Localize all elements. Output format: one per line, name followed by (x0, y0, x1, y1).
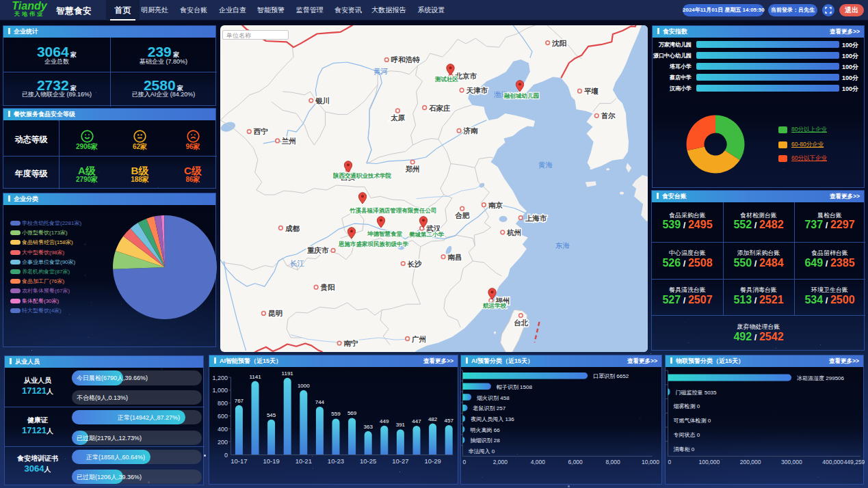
svg-text:成都: 成都 (285, 224, 300, 232)
svg-text:郑州: 郑州 (405, 165, 420, 173)
svg-text:西宁: 西宁 (253, 127, 269, 135)
svg-text:抽烟识别 28: 抽烟识别 28 (471, 437, 501, 444)
svg-text:帽子识别 1508: 帽子识别 1508 (497, 384, 533, 390)
svg-text:10-27: 10-27 (392, 457, 408, 465)
svg-text:767: 767 (235, 398, 244, 404)
svg-text:专间状态 0: 专间状态 0 (674, 432, 700, 438)
svg-text:1000: 1000 (298, 383, 310, 389)
svg-text:457: 457 (445, 418, 454, 424)
svg-text:黄海: 黄海 (538, 161, 553, 169)
svg-text:测试社区: 测试社区 (434, 76, 459, 83)
svg-text:1141: 1141 (249, 374, 261, 380)
svg-text:400,000: 400,000 (822, 459, 843, 465)
svg-text:竹溪县福泽酒店管理有限责任公司: 竹溪县福泽酒店管理有限责任公司 (349, 207, 437, 214)
svg-text:杭州: 杭州 (506, 228, 521, 236)
svg-text:449,259: 449,259 (844, 459, 865, 465)
svg-text:8,000: 8,000 (605, 459, 620, 465)
svg-text:300,000: 300,000 (781, 459, 802, 465)
svg-text:1191: 1191 (282, 370, 294, 377)
svg-text:银川: 银川 (315, 96, 330, 105)
svg-text:10-21: 10-21 (295, 457, 312, 465)
svg-text:沈阳: 沈阳 (551, 39, 566, 47)
svg-text:0: 0 (668, 459, 672, 465)
svg-text:上海市: 上海市 (525, 214, 547, 222)
svg-text:南宁: 南宁 (344, 339, 358, 347)
svg-text:黄河: 黄河 (373, 67, 389, 75)
svg-text:平壤: 平壤 (584, 87, 599, 95)
svg-text:南昌: 南昌 (448, 253, 462, 261)
svg-text:门磁监控量 5035: 门磁监控量 5035 (676, 390, 718, 396)
svg-text:老鼠识别 257: 老鼠识别 257 (473, 405, 506, 411)
svg-text:冰箱温湿度 299506: 冰箱温湿度 299506 (797, 375, 844, 381)
svg-text:200: 200 (218, 439, 228, 446)
svg-text:天津市: 天津市 (466, 86, 488, 94)
svg-text:2,000: 2,000 (493, 459, 508, 465)
svg-text:明火离岗 66: 明火离岗 66 (471, 427, 501, 433)
svg-text:10-25: 10-25 (360, 457, 376, 465)
svg-text:10-17: 10-17 (231, 457, 247, 465)
svg-text:100,000: 100,000 (698, 459, 720, 465)
svg-text:1,200: 1,200 (212, 375, 228, 381)
svg-text:长江: 长江 (290, 259, 305, 267)
svg-text:0: 0 (224, 452, 228, 459)
svg-text:449: 449 (380, 418, 389, 424)
svg-text:陕西交通职业技术学院: 陕西交通职业技术学院 (333, 172, 392, 179)
svg-text:太原: 太原 (390, 113, 406, 122)
svg-text:10,000: 10,000 (642, 459, 659, 465)
svg-text:樊城第二小学: 樊城第二小学 (409, 231, 445, 238)
svg-text:兰州: 兰州 (281, 137, 296, 145)
svg-text:1,000: 1,000 (212, 387, 228, 394)
svg-text:恩施市盛家坝民族初级中学: 恩施市盛家坝民族初级中学 (338, 241, 409, 247)
svg-text:济南: 济南 (463, 126, 479, 135)
svg-text:10-23: 10-23 (328, 457, 344, 465)
svg-text:0: 0 (463, 459, 466, 465)
svg-text:烟火识别 458: 烟火识别 458 (477, 395, 510, 401)
svg-text:贵阳: 贵阳 (320, 283, 335, 292)
svg-text:坤德智慧食堂: 坤德智慧食堂 (367, 230, 403, 237)
svg-text:569: 569 (347, 410, 357, 416)
svg-text:非法闯入 0: 非法闯入 0 (469, 448, 495, 455)
svg-text:400: 400 (218, 426, 228, 433)
svg-text:台北: 台北 (514, 318, 529, 327)
svg-text:6,000: 6,000 (568, 459, 583, 465)
svg-text:200,000: 200,000 (740, 459, 761, 465)
svg-text:消毒柜 0: 消毒柜 0 (674, 446, 695, 452)
svg-text:南京: 南京 (488, 201, 503, 209)
svg-text:4,000: 4,000 (531, 459, 546, 465)
svg-text:合肥: 合肥 (454, 211, 470, 219)
svg-text:航运学校: 航运学校 (482, 302, 507, 309)
svg-text:可燃气体检测 0: 可燃气体检测 0 (674, 418, 711, 424)
svg-text:363: 363 (364, 424, 373, 430)
svg-text:10-29: 10-29 (424, 457, 440, 465)
svg-text:烟雾检测 0: 烟雾检测 0 (674, 403, 700, 409)
svg-text:夜间人员闯入 136: 夜间人员闯入 136 (471, 416, 514, 422)
svg-text:呼和浩特: 呼和浩特 (391, 55, 421, 64)
svg-text:10-19: 10-19 (263, 457, 279, 465)
svg-text:545: 545 (267, 412, 276, 418)
svg-text:昆明: 昆明 (268, 309, 282, 317)
svg-text:首尔: 首尔 (601, 111, 616, 120)
svg-text:重庆市: 重庆市 (307, 246, 329, 254)
svg-text:融创城幼儿园: 融创城幼儿园 (504, 92, 539, 99)
svg-text:长沙: 长沙 (407, 260, 423, 268)
svg-text:744: 744 (315, 399, 325, 405)
svg-text:石家庄: 石家庄 (428, 104, 451, 112)
svg-text:447: 447 (412, 418, 421, 424)
svg-text:口罩识别 6652: 口罩识别 6652 (593, 373, 629, 379)
svg-text:391: 391 (396, 422, 406, 428)
svg-text:482: 482 (428, 416, 438, 422)
svg-text:广州: 广州 (411, 335, 426, 343)
svg-text:600: 600 (218, 413, 228, 420)
svg-text:东海: 东海 (555, 241, 570, 249)
svg-text:559: 559 (331, 411, 341, 417)
svg-text:800: 800 (218, 400, 228, 407)
